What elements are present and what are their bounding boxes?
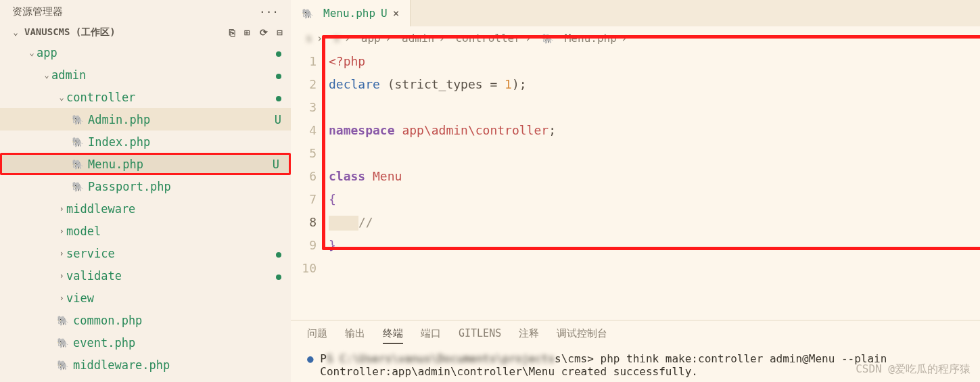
- file-label: common.php: [73, 314, 142, 327]
- new-folder-icon[interactable]: ⊞: [244, 27, 250, 38]
- folder-label: admin: [51, 68, 86, 82]
- chevron-down-icon: ⌄: [57, 93, 66, 102]
- folder-validate[interactable]: › validate: [0, 264, 291, 287]
- file-index-php[interactable]: Index.php: [0, 130, 291, 153]
- folder-label: validate: [66, 269, 122, 283]
- folder-model[interactable]: › model: [0, 220, 291, 242]
- file-label: Passport.php: [88, 180, 171, 193]
- file-tree: ⌄ app ⌄ admin ⌄ controller Admin.php U I…: [0, 41, 291, 382]
- php-icon: [302, 7, 318, 20]
- git-dot-icon: [276, 51, 281, 57]
- file-label: Index.php: [88, 135, 150, 149]
- breadcrumb-segment[interactable]: app: [361, 32, 381, 45]
- chevron-right-icon: ›: [57, 271, 66, 281]
- breadcrumb[interactable]: s s app admin controller Menu.php: [291, 26, 980, 47]
- folder-label: middleware: [66, 202, 135, 216]
- chevron-down-icon: ⌄: [11, 28, 20, 37]
- file-label: event.php: [73, 336, 135, 350]
- chevron-right-icon: ›: [57, 226, 66, 236]
- git-status: U: [263, 158, 279, 171]
- chevron-right-icon: ›: [57, 293, 66, 303]
- chevron-right-icon: ›: [57, 204, 66, 214]
- breadcrumb-segment[interactable]: admin: [402, 32, 434, 45]
- folder-label: controller: [66, 91, 135, 104]
- tab-comments[interactable]: 注释: [519, 327, 539, 344]
- folder-label: model: [66, 224, 101, 238]
- workspace-header[interactable]: ⌄ VANUSCMS (工作区) ⎘ ⊞ ⟳ ⊟: [0, 24, 291, 41]
- php-icon: [72, 136, 88, 148]
- file-middleware-php[interactable]: middleware.php: [0, 354, 291, 376]
- tab-git-status: U: [381, 7, 388, 20]
- file-common-php[interactable]: common.php: [0, 309, 291, 331]
- tab-output[interactable]: 输出: [345, 327, 365, 344]
- close-icon[interactable]: ×: [393, 7, 400, 20]
- folder-label: service: [66, 247, 115, 260]
- sidebar: 资源管理器 ··· ⌄ VANUSCMS (工作区) ⎘ ⊞ ⟳ ⊟ ⌄ app…: [0, 0, 291, 382]
- breadcrumb-file[interactable]: Menu.php: [565, 32, 617, 45]
- sidebar-header: 资源管理器 ···: [0, 0, 291, 24]
- tab-terminal[interactable]: 终端: [383, 327, 403, 344]
- git-dot-icon: [276, 96, 281, 101]
- folder-service[interactable]: › service: [0, 242, 291, 264]
- main-area: Menu.php U × s s app admin controller Me…: [291, 0, 980, 382]
- git-status: U: [265, 113, 281, 126]
- folder-view[interactable]: › view: [0, 287, 291, 309]
- tab-gitlens[interactable]: GITLENS: [459, 327, 501, 344]
- chevron-down-icon: ⌄: [27, 48, 37, 57]
- refresh-icon[interactable]: ⟳: [260, 27, 268, 38]
- file-event-php[interactable]: event.php: [0, 331, 291, 354]
- code-content[interactable]: <?php declare (strict_types = 1); namesp…: [329, 54, 980, 284]
- php-icon: [542, 32, 558, 45]
- line-gutter: 1 2 3 4 5 6 7 8 9 10: [291, 54, 329, 284]
- watermark: CSDN @爱吃瓜的程序猿: [856, 362, 971, 377]
- folder-controller[interactable]: ⌄ controller: [0, 86, 291, 108]
- file-admin-php[interactable]: Admin.php U: [0, 108, 291, 130]
- breadcrumb-segment: s: [306, 32, 312, 45]
- tab-menu-php[interactable]: Menu.php U ×: [291, 0, 411, 26]
- php-icon: [72, 114, 88, 126]
- panel-tabs: 问题 输出 终端 端口 GITLENS 注释 调试控制台: [291, 320, 980, 348]
- folder-label: app: [37, 46, 57, 59]
- folder-middleware[interactable]: › middleware: [0, 197, 291, 220]
- workspace-actions: ⎘ ⊞ ⟳ ⊟: [229, 27, 283, 38]
- explorer-title: 资源管理器: [12, 5, 63, 18]
- editor[interactable]: 1 2 3 4 5 6 7 8 9 10 <?php declare (stri…: [291, 47, 980, 320]
- php-icon: [57, 337, 73, 349]
- file-label: middleware.php: [73, 358, 170, 372]
- workspace-name: VANUSCMS (工作区): [24, 26, 116, 39]
- php-icon: [57, 359, 73, 371]
- git-dot-icon: [276, 274, 281, 280]
- breadcrumb-segment[interactable]: controller: [455, 32, 520, 45]
- collapse-icon[interactable]: ⊟: [277, 27, 283, 38]
- editor-tabs: Menu.php U ×: [291, 0, 980, 26]
- folder-app[interactable]: ⌄ app: [0, 41, 291, 64]
- file-passport-php[interactable]: Passport.php: [0, 175, 291, 197]
- folder-admin[interactable]: ⌄ admin: [0, 64, 291, 86]
- file-label: Admin.php: [88, 113, 150, 126]
- new-file-icon[interactable]: ⎘: [229, 27, 235, 38]
- tab-problems[interactable]: 问题: [307, 327, 327, 344]
- breadcrumb-segment: s: [333, 32, 340, 45]
- php-icon: [72, 158, 88, 170]
- chevron-right-icon: ›: [57, 249, 66, 258]
- sidebar-more-icon[interactable]: ···: [259, 5, 279, 18]
- tab-debug[interactable]: 调试控制台: [557, 327, 607, 344]
- file-menu-php[interactable]: Menu.php U: [0, 153, 291, 175]
- tab-label: Menu.php: [323, 7, 375, 20]
- git-dot-icon: [276, 252, 281, 258]
- tab-ports[interactable]: 端口: [421, 327, 441, 344]
- file-label: Menu.php: [88, 158, 143, 171]
- git-dot-icon: [276, 74, 281, 79]
- folder-label: view: [66, 291, 94, 305]
- php-icon: [57, 314, 73, 327]
- php-icon: [72, 181, 88, 193]
- chevron-down-icon: ⌄: [42, 70, 51, 80]
